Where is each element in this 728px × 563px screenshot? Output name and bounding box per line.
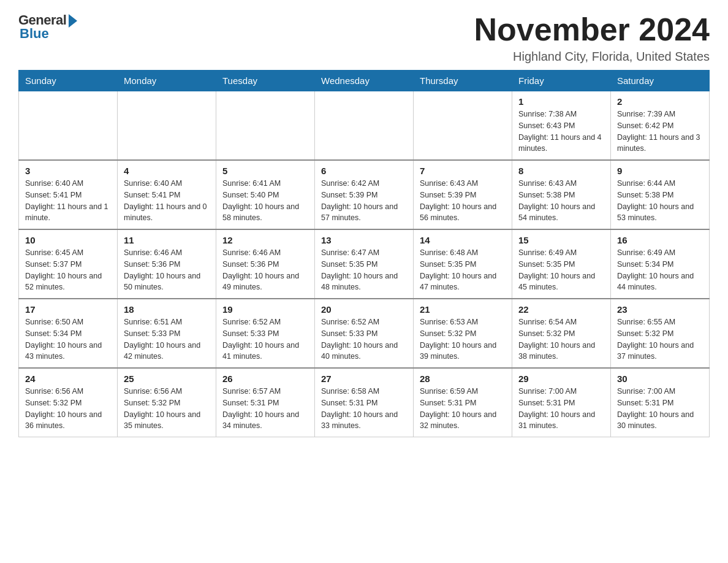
day-info: Sunrise: 7:38 AMSunset: 6:43 PMDaylight:… xyxy=(518,109,604,155)
day-number: 9 xyxy=(617,166,703,176)
calendar-cell: 15Sunrise: 6:49 AMSunset: 5:35 PMDayligh… xyxy=(512,229,611,299)
day-info: Sunrise: 6:40 AMSunset: 5:41 PMDaylight:… xyxy=(124,178,210,224)
day-number: 27 xyxy=(321,373,407,384)
calendar-header-saturday: Saturday xyxy=(611,71,710,91)
calendar-cell: 30Sunrise: 7:00 AMSunset: 5:31 PMDayligh… xyxy=(611,368,710,437)
day-info: Sunrise: 6:52 AMSunset: 5:33 PMDaylight:… xyxy=(222,316,308,362)
calendar-cell: 23Sunrise: 6:55 AMSunset: 5:32 PMDayligh… xyxy=(611,299,710,368)
day-info: Sunrise: 6:44 AMSunset: 5:38 PMDaylight:… xyxy=(617,178,703,224)
calendar-header-row: SundayMondayTuesdayWednesdayThursdayFrid… xyxy=(19,71,710,91)
calendar-header-wednesday: Wednesday xyxy=(315,71,414,91)
day-info: Sunrise: 6:47 AMSunset: 5:35 PMDaylight:… xyxy=(321,247,407,293)
day-info: Sunrise: 6:46 AMSunset: 5:36 PMDaylight:… xyxy=(222,247,308,293)
calendar-cell: 22Sunrise: 6:54 AMSunset: 5:32 PMDayligh… xyxy=(512,299,611,368)
day-info: Sunrise: 6:48 AMSunset: 5:35 PMDaylight:… xyxy=(420,247,506,293)
day-number: 30 xyxy=(617,373,703,384)
day-number: 15 xyxy=(518,235,604,245)
calendar-cell: 11Sunrise: 6:46 AMSunset: 5:36 PMDayligh… xyxy=(118,229,216,299)
day-info: Sunrise: 6:59 AMSunset: 5:31 PMDaylight:… xyxy=(420,386,506,432)
day-info: Sunrise: 6:54 AMSunset: 5:32 PMDaylight:… xyxy=(518,316,604,362)
logo-arrow-icon xyxy=(69,14,77,28)
calendar-cell: 25Sunrise: 6:56 AMSunset: 5:32 PMDayligh… xyxy=(118,368,216,437)
calendar-cell: 2Sunrise: 7:39 AMSunset: 6:42 PMDaylight… xyxy=(611,91,710,161)
calendar-cell xyxy=(118,91,216,161)
day-info: Sunrise: 6:46 AMSunset: 5:36 PMDaylight:… xyxy=(124,247,210,293)
logo: General Blue xyxy=(18,12,77,42)
day-number: 21 xyxy=(420,304,506,315)
day-number: 20 xyxy=(321,304,407,315)
calendar-header-sunday: Sunday xyxy=(19,71,118,91)
day-info: Sunrise: 6:43 AMSunset: 5:39 PMDaylight:… xyxy=(420,178,506,224)
day-info: Sunrise: 6:55 AMSunset: 5:32 PMDaylight:… xyxy=(617,316,703,362)
calendar-cell: 3Sunrise: 6:40 AMSunset: 5:41 PMDaylight… xyxy=(19,160,118,229)
day-info: Sunrise: 6:57 AMSunset: 5:31 PMDaylight:… xyxy=(222,386,308,432)
month-title: November 2024 xyxy=(474,12,710,47)
header: General Blue November 2024 Highland City… xyxy=(18,12,710,64)
day-info: Sunrise: 7:00 AMSunset: 5:31 PMDaylight:… xyxy=(617,386,703,432)
day-number: 16 xyxy=(617,235,703,245)
day-number: 26 xyxy=(222,373,308,384)
location-text: Highland City, Florida, United States xyxy=(474,50,710,64)
calendar-week-row: 3Sunrise: 6:40 AMSunset: 5:41 PMDaylight… xyxy=(19,160,710,229)
calendar-cell: 7Sunrise: 6:43 AMSunset: 5:39 PMDaylight… xyxy=(414,160,512,229)
day-number: 4 xyxy=(124,166,210,176)
day-info: Sunrise: 7:00 AMSunset: 5:31 PMDaylight:… xyxy=(518,386,604,432)
day-number: 2 xyxy=(617,96,703,107)
day-number: 11 xyxy=(124,235,210,245)
day-number: 18 xyxy=(124,304,210,315)
day-number: 7 xyxy=(420,166,506,176)
day-number: 17 xyxy=(25,304,111,315)
calendar-cell: 19Sunrise: 6:52 AMSunset: 5:33 PMDayligh… xyxy=(216,299,315,368)
day-info: Sunrise: 6:49 AMSunset: 5:35 PMDaylight:… xyxy=(518,247,604,293)
calendar-cell xyxy=(315,91,414,161)
day-info: Sunrise: 7:39 AMSunset: 6:42 PMDaylight:… xyxy=(617,109,703,155)
day-info: Sunrise: 6:56 AMSunset: 5:32 PMDaylight:… xyxy=(124,386,210,432)
calendar-header-monday: Monday xyxy=(118,71,216,91)
calendar-cell: 5Sunrise: 6:41 AMSunset: 5:40 PMDaylight… xyxy=(216,160,315,229)
calendar-cell: 17Sunrise: 6:50 AMSunset: 5:34 PMDayligh… xyxy=(19,299,118,368)
calendar-header-tuesday: Tuesday xyxy=(216,71,315,91)
calendar-cell: 10Sunrise: 6:45 AMSunset: 5:37 PMDayligh… xyxy=(19,229,118,299)
day-number: 5 xyxy=(222,166,308,176)
calendar-cell: 18Sunrise: 6:51 AMSunset: 5:33 PMDayligh… xyxy=(118,299,216,368)
calendar-cell: 6Sunrise: 6:42 AMSunset: 5:39 PMDaylight… xyxy=(315,160,414,229)
calendar-cell: 29Sunrise: 7:00 AMSunset: 5:31 PMDayligh… xyxy=(512,368,611,437)
calendar-cell: 14Sunrise: 6:48 AMSunset: 5:35 PMDayligh… xyxy=(414,229,512,299)
day-info: Sunrise: 6:56 AMSunset: 5:32 PMDaylight:… xyxy=(25,386,111,432)
day-number: 29 xyxy=(518,373,604,384)
calendar-cell: 13Sunrise: 6:47 AMSunset: 5:35 PMDayligh… xyxy=(315,229,414,299)
calendar-week-row: 1Sunrise: 7:38 AMSunset: 6:43 PMDaylight… xyxy=(19,91,710,161)
calendar-cell: 20Sunrise: 6:52 AMSunset: 5:33 PMDayligh… xyxy=(315,299,414,368)
calendar-cell xyxy=(19,91,118,161)
day-number: 14 xyxy=(420,235,506,245)
calendar-cell: 1Sunrise: 7:38 AMSunset: 6:43 PMDaylight… xyxy=(512,91,611,161)
title-area: November 2024 Highland City, Florida, Un… xyxy=(474,12,710,64)
day-number: 10 xyxy=(25,235,111,245)
calendar-header-thursday: Thursday xyxy=(414,71,512,91)
calendar-table: SundayMondayTuesdayWednesdayThursdayFrid… xyxy=(18,70,710,437)
day-info: Sunrise: 6:42 AMSunset: 5:39 PMDaylight:… xyxy=(321,178,407,224)
day-number: 3 xyxy=(25,166,111,176)
day-number: 28 xyxy=(420,373,506,384)
day-info: Sunrise: 6:49 AMSunset: 5:34 PMDaylight:… xyxy=(617,247,703,293)
calendar-cell: 4Sunrise: 6:40 AMSunset: 5:41 PMDaylight… xyxy=(118,160,216,229)
day-number: 13 xyxy=(321,235,407,245)
calendar-cell: 16Sunrise: 6:49 AMSunset: 5:34 PMDayligh… xyxy=(611,229,710,299)
day-number: 23 xyxy=(617,304,703,315)
day-info: Sunrise: 6:52 AMSunset: 5:33 PMDaylight:… xyxy=(321,316,407,362)
calendar-cell: 27Sunrise: 6:58 AMSunset: 5:31 PMDayligh… xyxy=(315,368,414,437)
day-info: Sunrise: 6:43 AMSunset: 5:38 PMDaylight:… xyxy=(518,178,604,224)
calendar-cell: 24Sunrise: 6:56 AMSunset: 5:32 PMDayligh… xyxy=(19,368,118,437)
calendar-cell: 9Sunrise: 6:44 AMSunset: 5:38 PMDaylight… xyxy=(611,160,710,229)
calendar-cell xyxy=(414,91,512,161)
calendar-cell: 21Sunrise: 6:53 AMSunset: 5:32 PMDayligh… xyxy=(414,299,512,368)
day-info: Sunrise: 6:45 AMSunset: 5:37 PMDaylight:… xyxy=(25,247,111,293)
day-info: Sunrise: 6:41 AMSunset: 5:40 PMDaylight:… xyxy=(222,178,308,224)
calendar-week-row: 10Sunrise: 6:45 AMSunset: 5:37 PMDayligh… xyxy=(19,229,710,299)
day-info: Sunrise: 6:50 AMSunset: 5:34 PMDaylight:… xyxy=(25,316,111,362)
calendar-header-friday: Friday xyxy=(512,71,611,91)
day-number: 1 xyxy=(518,96,604,107)
day-number: 6 xyxy=(321,166,407,176)
day-number: 25 xyxy=(124,373,210,384)
day-info: Sunrise: 6:53 AMSunset: 5:32 PMDaylight:… xyxy=(420,316,506,362)
